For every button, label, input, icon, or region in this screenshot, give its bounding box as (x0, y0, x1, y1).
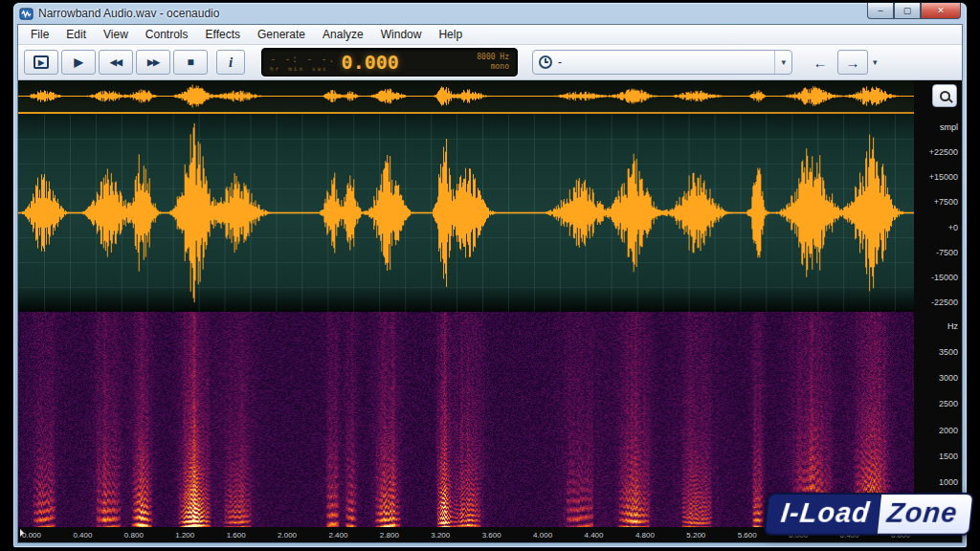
time-tick: 0.400 (73, 531, 92, 540)
stage: Narrowband Audio.wav - ocenaudio – ▢ ✕ F… (0, 0, 980, 551)
navigate-back-button[interactable]: ← (805, 50, 835, 75)
navigate-forward-button[interactable]: → (837, 50, 868, 75)
client-area: File Edit View Controls Effects Generate… (17, 24, 963, 543)
axis-label: 1500 (914, 452, 958, 461)
time-tick: 3.200 (431, 531, 450, 540)
time-tick: 1.600 (227, 531, 246, 540)
playback-device-selector[interactable]: - ▾ (532, 50, 792, 75)
menu-window[interactable]: Window (372, 26, 431, 43)
close-button[interactable]: ✕ (921, 3, 961, 19)
channels-label: mono (491, 62, 509, 72)
time-tick: 0.800 (124, 531, 144, 540)
info-button[interactable]: i (216, 50, 245, 75)
play-button[interactable]: ▶ (61, 50, 96, 75)
frequency-axis: Hz 3500 3000 2500 2000 1500 1000 500 (914, 321, 958, 513)
axis-label: +7500 (914, 198, 958, 207)
maximize-button[interactable]: ▢ (894, 3, 921, 19)
time-display: - -: - -. hr min sec 0.000 8000 Hz mono (261, 48, 518, 77)
time-tick: 2.800 (380, 531, 399, 540)
axis-label: +0 (914, 224, 958, 232)
chevron-down-icon[interactable]: ▾ (774, 51, 786, 74)
time-tick: 1.200 (175, 531, 194, 540)
menu-view[interactable]: View (95, 26, 137, 43)
stop-button[interactable]: ■ (173, 50, 208, 75)
time-tick: 4.400 (584, 531, 603, 540)
overview-waveform-canvas[interactable] (18, 80, 914, 112)
minimize-button[interactable]: – (867, 3, 894, 19)
device-selector-value: - (558, 55, 768, 69)
axis-label: -15000 (914, 274, 958, 282)
watermark-logo: I-Load Zone (763, 493, 974, 536)
watermark-part1: I-Load (763, 493, 881, 536)
time-tick: 5.200 (686, 531, 705, 540)
axis-label: -7500 (914, 249, 958, 257)
fast-forward-button[interactable]: ▶▶ (136, 50, 170, 75)
axis-label: +15000 (914, 173, 958, 182)
amplitude-axis-title: smpl (914, 122, 958, 132)
axis-label: 3500 (914, 348, 958, 357)
time-tick: 2.400 (328, 531, 347, 540)
axis-label: 3000 (914, 374, 958, 383)
menu-bar: File Edit View Controls Effects Generate… (18, 25, 962, 45)
axis-label: 2500 (914, 400, 958, 408)
axis-label: 2000 (914, 427, 958, 435)
window-titlebar[interactable]: Narrowband Audio.wav - ocenaudio – ▢ ✕ (13, 3, 967, 24)
play-boxed-icon: ▶ (33, 55, 49, 69)
axis-label: 1000 (914, 478, 958, 487)
watermark-part2: Zone (877, 493, 974, 536)
toolbar: ▶ ▶ ◀◀ ▶▶ ■ i - -: - -. hr min sec (18, 45, 962, 80)
window-title: Narrowband Audio.wav - ocenaudio (38, 7, 219, 20)
magnifier-icon (940, 91, 950, 101)
unit-min: min (288, 65, 304, 72)
waveform-view[interactable] (18, 114, 914, 312)
unit-hr: hr (270, 65, 280, 72)
overview-strip[interactable] (18, 80, 914, 112)
playhead-marker[interactable] (20, 529, 24, 537)
app-window: Narrowband Audio.wav - ocenaudio – ▢ ✕ F… (13, 3, 967, 547)
menu-analyze[interactable]: Analyze (314, 26, 372, 43)
play-selection-button[interactable]: ▶ (24, 50, 58, 75)
axis-panel: smpl +22500 +15000 +7500 +0 -7500 -15000… (914, 80, 962, 542)
time-tick: 2.000 (278, 531, 297, 540)
clock-icon (539, 55, 552, 69)
time-placeholder: - -: - -. (270, 53, 336, 65)
menu-effects[interactable]: Effects (197, 26, 249, 43)
time-tick: 4.000 (533, 531, 552, 540)
time-tick: 0.000 (22, 531, 41, 540)
time-tick: 3.600 (482, 531, 501, 540)
editor-views: 0.000 0.400 0.800 1.200 1.600 2.000 2.40… (18, 80, 962, 542)
sample-rate-label: 8000 Hz (477, 53, 509, 62)
menu-controls[interactable]: Controls (137, 26, 197, 43)
zoom-button[interactable] (932, 84, 957, 107)
time-tick: 5.600 (738, 531, 757, 540)
axis-label: -22500 (914, 298, 958, 307)
menu-edit[interactable]: Edit (57, 26, 95, 43)
unit-sec: sec (312, 65, 328, 72)
nav-more-icon[interactable]: ▾ (870, 57, 880, 67)
waveform-canvas[interactable] (18, 114, 914, 312)
time-tick: 4.800 (635, 531, 655, 540)
time-value: 0.000 (342, 51, 399, 74)
menu-help[interactable]: Help (430, 26, 471, 43)
frequency-axis-title: Hz (914, 321, 958, 331)
menu-file[interactable]: File (22, 26, 57, 43)
axis-label: +22500 (914, 148, 958, 157)
amplitude-axis: smpl +22500 +15000 +7500 +0 -7500 -15000… (914, 122, 958, 307)
menu-generate[interactable]: Generate (249, 26, 314, 43)
app-icon (19, 7, 33, 21)
rewind-button[interactable]: ◀◀ (99, 50, 133, 75)
